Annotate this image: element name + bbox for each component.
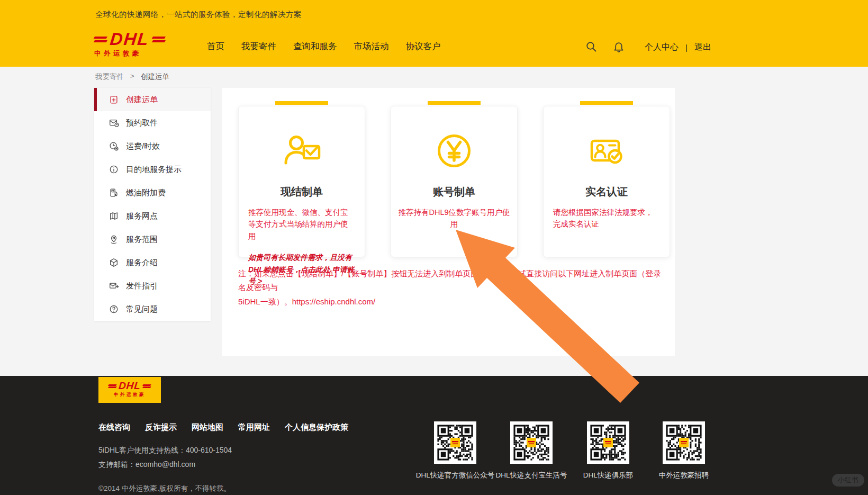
card-title: 现结制单	[239, 185, 365, 199]
sidebar-item-shipping-guide[interactable]: 发件指引	[94, 274, 211, 298]
card-account-waybill[interactable]: 账号制单 推荐持有DHL9位数字账号用户使用	[391, 106, 518, 257]
breadcrumb-item-ship[interactable]: 我要寄件	[95, 72, 124, 82]
dhl-logo[interactable]: DHL 中外运敦豪	[94, 32, 165, 58]
waybill-note-line2: 5iDHL一致）。https://eship.cndhl.com/	[238, 295, 662, 309]
breadcrumb-item-create-waybill: 创建运单	[141, 72, 169, 82]
card-description: 推荐持有DHL9位数字账号用户使用	[396, 206, 512, 230]
eship-link[interactable]: https://eship.cndhl.com/	[292, 297, 376, 306]
question-circle-icon	[108, 304, 119, 314]
footer-link-common-urls[interactable]: 常用网址	[238, 422, 270, 433]
card-description: 推荐使用现金、微信、支付宝等支付方式当场结算的用户使用	[248, 206, 355, 242]
sidebar-item-service-area[interactable]: 服务范围	[94, 228, 211, 251]
card-cash-waybill[interactable]: 现结制单 推荐使用现金、微信、支付宝等支付方式当场结算的用户使用 如贵司有长期发…	[238, 106, 365, 257]
qrcode-club	[587, 421, 629, 464]
footer-email: 支持邮箱：ecomho@dhl.com	[98, 460, 195, 470]
site-header: 全球化的快递网络，一站式的服务体验，定制化的解决方案 DHL 中外运敦豪 首页 …	[0, 0, 868, 67]
dhl-logo-subbrand: 中外运敦豪	[114, 392, 146, 398]
sidebar-item-create-waybill[interactable]: 创建运单	[94, 88, 211, 111]
sidebar-item-label: 发件指引	[126, 281, 158, 291]
footer-link-fraud-alert[interactable]: 反诈提示	[145, 422, 177, 433]
dhl-logo-right-stripes	[152, 37, 165, 42]
sidebar-item-label: 服务范围	[126, 235, 158, 245]
bell-icon[interactable]	[612, 40, 625, 53]
sidebar-item-pickup[interactable]: 预约取件	[94, 111, 211, 134]
card-title: 实名认证	[544, 185, 670, 199]
dhl-logo-wordmark: DHL	[110, 32, 150, 47]
footer-email-address[interactable]: ecomho@dhl.com	[135, 460, 195, 469]
fuel-pump-icon	[108, 187, 119, 198]
qrcode-recruiting	[663, 421, 705, 464]
sidebar-item-fuel-surcharge[interactable]: 燃油附加费	[94, 181, 211, 204]
qrcode-label-wechat: DHL快递官方微信公众号	[416, 471, 495, 480]
sidebar-item-service-intro[interactable]: 服务介绍	[94, 251, 211, 274]
sidebar-item-destination-tips[interactable]: 目的地服务提示	[94, 158, 211, 181]
map-icon	[108, 211, 119, 221]
sidebar-item-label: 燃油附加费	[126, 188, 166, 198]
breadcrumb-separator: >	[130, 72, 134, 82]
footer-links: 在线咨询 反诈提示 网站地图 常用网址 个人信息保护政策	[98, 422, 348, 433]
footer-dhl-logo[interactable]: DHL 中外运敦豪	[98, 377, 161, 403]
footer-link-privacy-policy[interactable]: 个人信息保护政策	[285, 422, 348, 433]
waybill-note-line1: 注：如果您点击【现结制单】/【账号制单】按钮无法进入到制单页面，您可以尝试直接访…	[238, 267, 662, 295]
qrcode-alipay	[510, 421, 553, 464]
profile-link[interactable]: 个人中心	[645, 42, 679, 53]
location-pin-icon	[108, 234, 119, 245]
nav-item-campaigns[interactable]: 市场活动	[354, 41, 389, 52]
user-envelope-check-icon	[239, 122, 365, 179]
nav-item-home[interactable]: 首页	[207, 41, 224, 52]
card-real-name-verification[interactable]: 实名认证 请您根据国家法律法规要求，完成实名认证	[543, 106, 670, 257]
search-icon[interactable]	[585, 40, 598, 53]
sidebar-item-label: 常见问题	[126, 304, 158, 314]
sidebar: 创建运单 预约取件 运费/时效 目的地服务提示 燃油附加费 服务网点 服务范围 …	[94, 88, 211, 321]
footer-copyright: ©2014 中外运敦豪.版权所有，不得转载。	[98, 484, 231, 493]
card-description: 请您根据国家法律法规要求，完成实名认证	[553, 206, 660, 230]
qrcode-label-recruiting: 中外运敦豪招聘	[659, 471, 709, 480]
footer: DHL 中外运敦豪 在线咨询 反诈提示 网站地图 常用网址 个人信息保护政策 5…	[0, 376, 868, 495]
card-accent-bar	[428, 101, 481, 105]
card-accent-bar	[275, 101, 328, 105]
dhl-logo-left-stripes	[108, 384, 116, 388]
card-title: 账号制单	[391, 185, 517, 199]
dhl-logo-wordmark: DHL	[118, 382, 141, 390]
footer-hotline: 5iDHL客户使用支持热线：400-610-1504	[98, 446, 232, 455]
sidebar-item-label: 运费/时效	[126, 141, 160, 151]
footer-link-online-chat[interactable]: 在线咨询	[98, 422, 130, 433]
sidebar-item-rates-transit[interactable]: 运费/时效	[94, 134, 211, 158]
xiaohongshu-watermark: 小红书	[832, 474, 864, 487]
sidebar-item-label: 预约取件	[126, 118, 158, 128]
breadcrumb: 我要寄件 > 创建运单	[95, 72, 169, 82]
nav-item-ship[interactable]: 我要寄件	[241, 41, 276, 52]
dhl-logo-left-stripes	[94, 37, 107, 42]
dhl-logo-subbrand: 中外运敦豪	[94, 49, 165, 58]
sidebar-item-label: 创建运单	[126, 95, 158, 105]
package-icon	[108, 257, 119, 268]
sidebar-item-label: 目的地服务提示	[126, 165, 182, 175]
main-panel: 现结制单 推荐使用现金、微信、支付宝等支付方式当场结算的用户使用 如贵司有长期发…	[222, 88, 675, 356]
info-circle-icon	[108, 164, 119, 175]
header-account-area: 个人中心 | 退出	[645, 42, 711, 53]
logout-link[interactable]: 退出	[694, 42, 711, 53]
qrcode-wechat	[434, 421, 476, 464]
nav-item-contract-customers[interactable]: 协议客户	[406, 41, 441, 52]
qrcode-label-club: DHL快递俱乐部	[583, 471, 634, 480]
id-card-check-icon	[544, 122, 670, 179]
main-nav: 首页 我要寄件 查询和服务 市场活动 协议客户	[207, 41, 441, 52]
qrcode-label-alipay: DHL快递支付宝生活号	[495, 471, 567, 480]
clock-fee-icon	[108, 141, 119, 151]
profile-separator: |	[685, 43, 688, 52]
footer-link-sitemap[interactable]: 网站地图	[192, 422, 223, 433]
sidebar-item-label: 服务介绍	[126, 258, 158, 268]
header-tagline: 全球化的快递网络，一站式的服务体验，定制化的解决方案	[95, 10, 302, 20]
mail-clock-icon	[108, 118, 119, 128]
waybill-note: 注：如果您点击【现结制单】/【账号制单】按钮无法进入到制单页面，您可以尝试直接访…	[238, 267, 662, 309]
yuan-circle-icon	[391, 122, 517, 179]
sidebar-item-service-points[interactable]: 服务网点	[94, 204, 211, 228]
clipboard-plus-icon	[108, 94, 119, 105]
sidebar-item-label: 服务网点	[126, 211, 158, 221]
dhl-logo-right-stripes	[143, 384, 151, 388]
send-mail-icon	[108, 281, 119, 291]
sidebar-item-faq[interactable]: 常见问题	[94, 298, 211, 321]
card-accent-bar	[580, 101, 633, 105]
nav-item-track-services[interactable]: 查询和服务	[293, 41, 337, 52]
